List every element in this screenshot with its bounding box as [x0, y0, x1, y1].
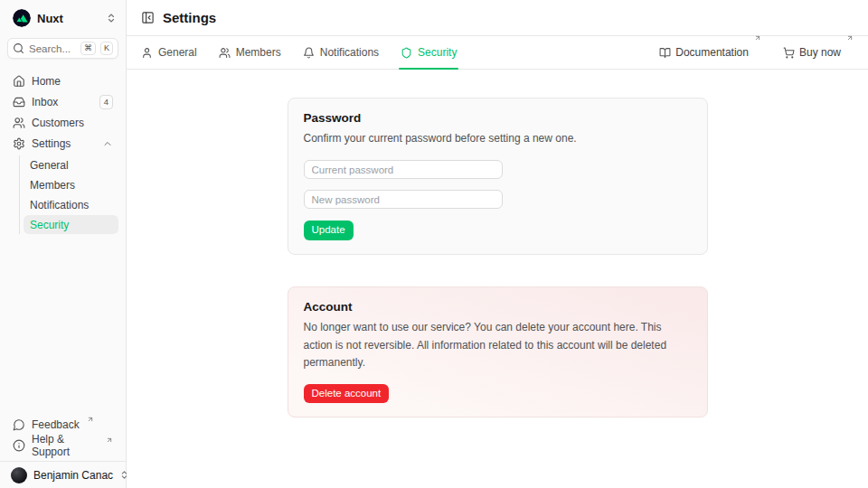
sidebar-item-members[interactable]: Members	[24, 175, 118, 194]
external-link-icon	[846, 34, 854, 42]
feedback-label: Feedback	[32, 418, 80, 431]
documentation-label: Documentation	[675, 46, 749, 59]
info-circle-icon	[13, 439, 25, 452]
buy-now-label: Buy now	[799, 46, 841, 59]
users-icon	[219, 47, 231, 59]
buy-now-link[interactable]: Buy now	[783, 36, 854, 69]
external-link-icon	[87, 416, 94, 423]
search-input[interactable]: Search... ⌘ K	[7, 38, 118, 59]
help-support-link[interactable]: Help & Support	[7, 436, 118, 455]
sidebar-item-notifications[interactable]: Notifications	[24, 195, 118, 214]
tabs-spacer	[478, 36, 637, 69]
panel-left-close-icon[interactable]	[141, 11, 155, 24]
kbd-meta: ⌘	[80, 42, 96, 55]
user-name: Benjamin Canac	[33, 469, 113, 482]
sidebar-item-home[interactable]: Home	[7, 71, 118, 91]
book-open-icon	[659, 47, 671, 59]
workspace-switcher[interactable]: Nuxt	[0, 0, 126, 33]
sidebar-item-customers[interactable]: Customers	[7, 113, 118, 133]
account-card: Account No longer want to use our servic…	[288, 286, 708, 418]
external-link-icon	[106, 436, 113, 444]
sidebar: Nuxt Search... ⌘ K Home	[0, 0, 127, 488]
sidebar-item-label: Settings	[32, 137, 96, 150]
cart-icon	[783, 47, 795, 59]
sidebar-item-label: Customers	[32, 117, 113, 129]
inbox-count-badge: 4	[99, 95, 113, 108]
sidebar-item-settings[interactable]: Settings	[7, 134, 118, 154]
page-header: Settings	[127, 0, 868, 36]
sidebar-item-security[interactable]: Security	[24, 215, 118, 234]
feedback-link[interactable]: Feedback	[7, 415, 118, 435]
gear-icon	[13, 137, 25, 150]
house-icon	[13, 75, 25, 88]
kbd-k: K	[100, 42, 113, 55]
sidebar-footer: Feedback Help & Support	[0, 411, 126, 461]
sidebar-item-label: Home	[32, 75, 113, 88]
tab-label: Security	[418, 46, 457, 59]
chevrons-up-down-icon	[106, 13, 117, 23]
avatar	[11, 467, 27, 483]
documentation-link[interactable]: Documentation	[659, 36, 761, 69]
sidebar-item-general[interactable]: General	[24, 155, 118, 174]
user-menu[interactable]: Benjamin Canac	[0, 461, 126, 488]
settings-security-content: Password Confirm your current password b…	[127, 70, 868, 488]
tab-general[interactable]: General	[141, 36, 197, 69]
tab-members[interactable]: Members	[219, 36, 281, 69]
users-icon	[13, 117, 25, 129]
update-password-button[interactable]: Update	[304, 221, 354, 240]
tab-notifications[interactable]: Notifications	[303, 36, 379, 69]
search-placeholder: Search...	[29, 43, 76, 54]
tab-label: Members	[236, 46, 281, 59]
nuxt-logo-icon	[13, 9, 31, 27]
workspace-name: Nuxt	[37, 12, 99, 25]
chevron-up-icon	[102, 138, 113, 149]
page-title: Settings	[163, 10, 216, 25]
account-card-description: No longer want to use our service? You c…	[304, 319, 692, 371]
main-panel: Settings General Members Notifications	[127, 0, 868, 488]
chat-bubble-icon	[13, 418, 25, 431]
settings-submenu: General Members Notifications Security	[19, 155, 118, 234]
tab-label: General	[158, 46, 197, 59]
password-card-title: Password	[304, 111, 692, 125]
tab-security[interactable]: Security	[401, 36, 457, 69]
bell-icon	[303, 47, 315, 59]
password-card: Password Confirm your current password b…	[288, 98, 708, 255]
password-card-description: Confirm your current password before set…	[304, 130, 692, 147]
sidebar-item-label: Inbox	[32, 96, 93, 108]
sidebar-nav: Home Inbox 4 Customers Settings	[0, 62, 126, 236]
sidebar-item-inbox[interactable]: Inbox 4	[7, 92, 118, 112]
shield-icon	[401, 47, 412, 59]
sidebar-spacer	[0, 236, 126, 411]
user-icon	[141, 47, 153, 59]
current-password-field[interactable]	[304, 160, 503, 179]
inbox-icon	[13, 96, 25, 108]
settings-tabs: General Members Notifications Security	[127, 36, 868, 70]
app-window: Nuxt Search... ⌘ K Home	[0, 0, 868, 488]
help-support-label: Help & Support	[32, 433, 99, 458]
delete-account-button[interactable]: Delete account	[304, 384, 390, 404]
account-card-title: Account	[304, 300, 692, 314]
external-link-icon	[754, 34, 761, 42]
search-icon	[13, 42, 24, 54]
tab-label: Notifications	[320, 46, 379, 59]
new-password-field[interactable]	[304, 190, 503, 209]
